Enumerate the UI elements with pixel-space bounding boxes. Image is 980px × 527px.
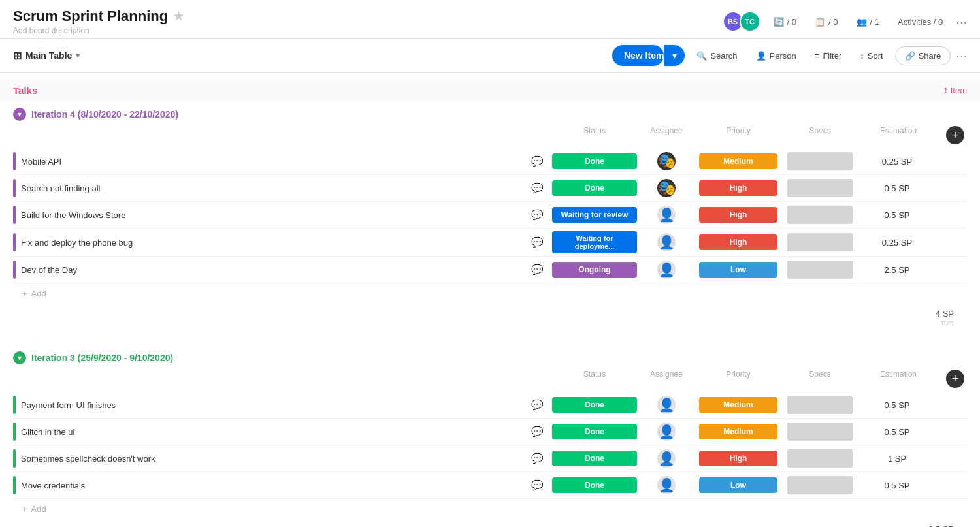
comment-icon[interactable]: 💬 xyxy=(531,264,544,276)
col-header-status: Status xyxy=(549,368,640,389)
specs-cell[interactable] xyxy=(784,231,856,254)
new-item-label: New Item xyxy=(624,50,664,61)
stat-automation[interactable]: 🔄 / 0 xyxy=(768,14,802,29)
assignee-avatar[interactable]: 👤 xyxy=(657,449,676,468)
priority-cell[interactable]: High xyxy=(693,448,784,469)
priority-cell[interactable]: Medium xyxy=(693,151,784,172)
priority-badge: High xyxy=(699,207,777,223)
toolbar-more-button[interactable]: ··· xyxy=(956,48,967,63)
priority-cell[interactable]: Medium xyxy=(693,394,784,415)
comment-icon[interactable]: 💬 xyxy=(531,399,544,411)
assignee-cell[interactable]: 👤 xyxy=(640,473,693,497)
status-cell[interactable]: Waiting for review xyxy=(549,204,640,225)
status-cell[interactable]: Waiting for deployme... xyxy=(549,229,640,256)
assignee-avatar[interactable]: 👤 xyxy=(657,396,676,414)
col-header-specs: Specs xyxy=(784,368,856,389)
estimation-cell: 0.5 SP xyxy=(856,181,941,196)
row-name-cell: Dev of the Day 💬 xyxy=(13,257,549,283)
specs-cell[interactable] xyxy=(784,203,856,227)
priority-cell[interactable]: Low xyxy=(693,475,784,496)
comment-icon[interactable]: 💬 xyxy=(531,155,544,167)
stat-activities[interactable]: Activities / 0 xyxy=(892,14,948,29)
add-row-button[interactable]: + Add xyxy=(13,499,967,519)
stat-persons[interactable]: 👥 / 1 xyxy=(851,14,885,29)
assignee-avatar[interactable]: 🎭 xyxy=(657,179,676,197)
specs-cell[interactable] xyxy=(784,176,856,200)
board-description[interactable]: Add board description xyxy=(13,26,184,35)
assignee-avatar[interactable]: 🎭 xyxy=(657,152,676,170)
app-header: Scrum Sprint Planning ★ Add board descri… xyxy=(0,0,980,39)
specs-cell[interactable] xyxy=(784,150,856,173)
status-cell[interactable]: Done xyxy=(549,475,640,496)
specs-cell[interactable] xyxy=(784,393,856,417)
star-icon[interactable]: ★ xyxy=(173,9,184,24)
row-actions xyxy=(941,483,967,488)
specs-cell[interactable] xyxy=(784,420,856,443)
status-cell[interactable]: Done xyxy=(549,394,640,415)
priority-cell[interactable]: Low xyxy=(693,259,784,280)
row-actions xyxy=(941,267,967,272)
person-button[interactable]: 👤 Person xyxy=(749,47,803,65)
assignee-avatar[interactable]: 👤 xyxy=(657,206,676,224)
table-selector[interactable]: ⊞ Main Table ▾ xyxy=(13,50,80,62)
new-item-dropdown-button[interactable]: ▾ xyxy=(664,45,685,66)
iteration3-toggle[interactable]: ▾ xyxy=(13,351,26,364)
specs-cell[interactable] xyxy=(784,258,856,281)
row-color-bar xyxy=(13,396,16,414)
comment-icon[interactable]: 💬 xyxy=(531,426,544,438)
status-cell[interactable]: Done xyxy=(549,448,640,469)
iteration3-table: Status Assignee Priority Specs Estimatio… xyxy=(0,368,980,527)
comment-icon[interactable]: 💬 xyxy=(531,236,544,248)
row-name-cell: Build for the Windows Store 💬 xyxy=(13,202,549,228)
automation-icon: 🔄 xyxy=(774,17,784,27)
assignee-cell[interactable]: 👤 xyxy=(640,420,693,443)
assignee-cell[interactable]: 👤 xyxy=(640,258,693,281)
comment-icon[interactable]: 💬 xyxy=(531,479,544,491)
assignee-avatar[interactable]: 👤 xyxy=(657,476,676,494)
comment-icon[interactable]: 💬 xyxy=(531,209,544,221)
search-button[interactable]: 🔍 Search xyxy=(690,47,743,65)
specs-cell[interactable] xyxy=(784,447,856,470)
sort-icon: ↕ xyxy=(860,51,864,61)
priority-cell[interactable]: Medium xyxy=(693,421,784,442)
priority-badge: Low xyxy=(699,262,777,278)
assignee-cell[interactable]: 👤 xyxy=(640,231,693,254)
share-button[interactable]: 🔗 Share xyxy=(895,46,951,65)
assignee-cell[interactable]: 🎭 xyxy=(640,150,693,173)
assignee-avatar[interactable]: 👤 xyxy=(657,233,676,251)
specs-cell[interactable] xyxy=(784,473,856,497)
specs-bar xyxy=(787,152,853,170)
status-cell[interactable]: Done xyxy=(549,421,640,442)
comment-icon[interactable]: 💬 xyxy=(531,453,544,464)
header-right: BS TC 🔄 / 0 📋 / 0 👥 / 1 Activities / 0 ·… xyxy=(723,11,967,32)
status-cell[interactable]: Ongoing xyxy=(549,259,640,280)
stat-integrations[interactable]: 📋 / 0 xyxy=(809,14,843,29)
priority-cell[interactable]: High xyxy=(693,178,784,199)
priority-cell[interactable]: High xyxy=(693,204,784,225)
priority-cell[interactable]: High xyxy=(693,232,784,253)
priority-badge: High xyxy=(699,234,777,250)
header-more-button[interactable]: ··· xyxy=(956,14,967,29)
comment-icon[interactable]: 💬 xyxy=(531,182,544,194)
row-color-bar xyxy=(13,476,16,494)
assignee-cell[interactable]: 👤 xyxy=(640,393,693,417)
specs-bar xyxy=(787,233,853,251)
row-actions xyxy=(941,240,967,245)
assignee-cell[interactable]: 👤 xyxy=(640,447,693,470)
assignee-avatar[interactable]: 👤 xyxy=(657,261,676,279)
status-cell[interactable]: Done xyxy=(549,151,640,172)
assignee-cell[interactable]: 👤 xyxy=(640,203,693,227)
sort-button[interactable]: ↕ Sort xyxy=(853,47,889,65)
add-row-button[interactable]: + Add xyxy=(13,283,967,304)
assignee-cell[interactable]: 🎭 xyxy=(640,176,693,200)
row-name-cell: Payment form UI finishes 💬 xyxy=(13,392,549,418)
add-column-button[interactable]: + xyxy=(946,370,964,388)
filter-button[interactable]: ≡ Filter xyxy=(808,47,848,65)
iteration3-title: Iteration 3 (25/9/2020 - 9/10/2020) xyxy=(31,353,967,363)
avatar-tc[interactable]: TC xyxy=(740,11,760,32)
status-cell[interactable]: Done xyxy=(549,178,640,199)
add-column-button[interactable]: + xyxy=(946,126,964,144)
new-item-button[interactable]: New Item xyxy=(612,45,664,66)
iteration4-toggle[interactable]: ▾ xyxy=(13,108,26,121)
assignee-avatar[interactable]: 👤 xyxy=(657,423,676,441)
